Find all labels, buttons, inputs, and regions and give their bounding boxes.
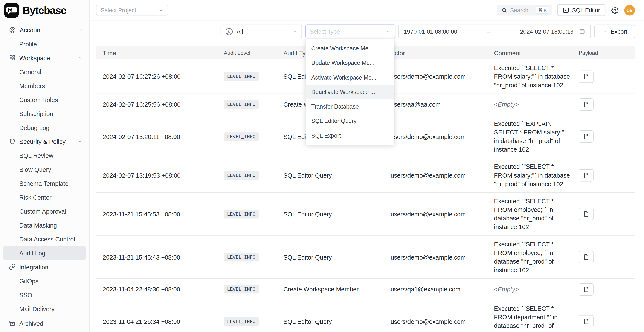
payload-button[interactable]	[579, 98, 594, 110]
sidebar-item-general[interactable]: General	[3, 65, 86, 79]
payload-button[interactable]	[579, 70, 594, 83]
export-button[interactable]: Export	[594, 25, 635, 38]
type-option-transfer-database[interactable]: Transfer Database	[306, 99, 394, 114]
sql-editor-label: SQL Editor	[572, 7, 600, 13]
file-icon	[583, 172, 589, 179]
row-time: 2024-02-07 13:19:53 +08:00	[96, 172, 224, 179]
topbar: Select Project Search ⌘ K SQL	[90, 0, 644, 20]
type-option-update-workspace-me[interactable]: Update Workspace Me...	[306, 56, 394, 70]
type-option-deactivate-workspace[interactable]: Deactivate Workspace ...	[306, 85, 394, 99]
sidebar-item-data-access-control[interactable]: Data Access Control	[3, 232, 86, 246]
sidebar: Bytebase AccountProfileWorkspaceGeneralM…	[0, 0, 90, 332]
workspace-grid-icon	[9, 54, 16, 61]
gear-icon[interactable]	[611, 6, 618, 14]
payload-button[interactable]	[579, 283, 594, 295]
row-payload	[577, 98, 635, 110]
sidebar-section-security-policy[interactable]: Security & Policy	[3, 135, 86, 149]
type-filter-placeholder: Select Type	[310, 28, 340, 35]
row-actor: users/aa@aa.com	[390, 101, 494, 108]
sidebar-item-custom-roles[interactable]: Custom Roles	[3, 93, 86, 107]
row-actor: users/demo@example.com	[390, 133, 494, 140]
row-payload	[577, 208, 635, 220]
user-circle-icon	[225, 27, 233, 35]
type-option-sql-editor-query[interactable]: SQL Editor Query	[306, 114, 394, 128]
audit-level-badge: LEVEL_INFO	[224, 171, 259, 179]
sidebar-item-audit-log[interactable]: Audit Log	[3, 246, 86, 260]
audit-level-badge: LEVEL_INFO	[224, 317, 259, 326]
project-select-value: Select Project	[100, 7, 136, 13]
sidebar-item-custom-approval[interactable]: Custom Approval	[3, 204, 86, 218]
table-row: 2023-11-04 21:26:34 +08:00LEVEL_INFOSQL …	[96, 300, 635, 332]
payload-button[interactable]	[579, 208, 594, 220]
table-row: 2023-11-21 15:45:53 +08:00LEVEL_INFOSQL …	[96, 193, 635, 236]
sql-editor-button[interactable]: SQL Editor	[558, 4, 606, 16]
type-option-sql-export[interactable]: SQL Export	[306, 128, 394, 143]
actor-filter-select[interactable]: All	[220, 25, 302, 38]
row-time: 2024-02-07 16:25:56 +08:00	[96, 101, 224, 108]
payload-button[interactable]	[579, 130, 594, 143]
type-dropdown-menu: Create Workspace Me...Update Workspace M…	[306, 39, 394, 144]
actor-filter-value: All	[236, 28, 243, 35]
sidebar-item-archived[interactable]: Archived	[3, 316, 86, 330]
column-header-actor: Actor	[390, 49, 494, 56]
sidebar-section-integration[interactable]: Integration	[3, 260, 86, 274]
row-audit-type: SQL Editor Query	[283, 172, 390, 179]
row-payload	[577, 169, 635, 181]
audit-level-badge: LEVEL_INFO	[224, 285, 259, 293]
payload-button[interactable]	[579, 169, 594, 181]
row-comment: Executed `"SELECT * FROM salary;"` in da…	[494, 59, 577, 94]
row-audit-level: LEVEL_INFO	[224, 72, 283, 81]
table-row: 2024-02-07 13:19:53 +08:00LEVEL_INFOSQL …	[96, 158, 635, 193]
sidebar-item-gitops[interactable]: GitOps	[3, 274, 86, 288]
row-audit-type: SQL Editor Query	[283, 210, 390, 217]
row-comment: Executed `"EXPLAIN SELECT * FROM salary;…	[494, 115, 577, 158]
sidebar-item-sql-review[interactable]: SQL Review	[3, 149, 86, 162]
calendar-icon	[579, 28, 586, 34]
file-icon	[583, 101, 589, 108]
type-option-activate-workspace-me[interactable]: Activate Workspace Me...	[306, 70, 394, 85]
project-select[interactable]: Select Project	[96, 4, 168, 16]
row-actor: users/demo@example.com	[390, 318, 494, 325]
sidebar-item-debug-log[interactable]: Debug Log	[3, 121, 86, 135]
chevron-down-icon	[386, 29, 390, 34]
sidebar-item-schema-template[interactable]: Schema Template	[3, 176, 86, 190]
date-range-picker[interactable]: 1970-01-01 08:00:00 → 2024-02-07 18:09:1…	[398, 25, 591, 38]
sidebar-item-subscription[interactable]: Subscription	[3, 107, 86, 121]
sql-editor-icon	[562, 7, 569, 13]
sidebar-section-workspace[interactable]: Workspace	[3, 51, 86, 65]
date-from: 1970-01-01 08:00:00	[404, 28, 457, 35]
sidebar-item-profile[interactable]: Profile	[3, 37, 86, 51]
file-icon	[583, 254, 589, 260]
audit-level-badge: LEVEL_INFO	[224, 253, 259, 261]
row-time: 2023-11-04 22:48:30 +08:00	[96, 286, 224, 293]
search-box[interactable]: Search ⌘ K	[497, 4, 552, 16]
audit-level-badge: LEVEL_INFO	[224, 132, 259, 141]
sidebar-item-slow-query[interactable]: Slow Query	[3, 162, 86, 176]
audit-level-badge: LEVEL_INFO	[224, 100, 259, 109]
topbar-actions: Search ⌘ K SQL Editor DE	[497, 4, 635, 16]
sidebar-item-sso[interactable]: SSO	[3, 288, 86, 302]
payload-button[interactable]	[579, 251, 594, 263]
row-comment: <Empty>	[494, 281, 577, 298]
user-avatar[interactable]: DE	[624, 5, 635, 15]
bytebase-logo-icon	[4, 3, 19, 17]
sidebar-item-members[interactable]: Members	[3, 79, 86, 93]
row-comment: Executed `"SELECT * FROM employee;"` in …	[494, 193, 577, 235]
sidebar-section-account[interactable]: Account	[3, 23, 86, 37]
search-shortcut: ⌘ K	[536, 7, 549, 13]
sidebar-item-data-masking[interactable]: Data Masking	[3, 218, 86, 232]
row-comment: Executed `"SELECT * FROM employee;"` in …	[494, 236, 577, 278]
row-payload	[577, 315, 635, 328]
row-audit-type: SQL Editor Query	[283, 318, 390, 325]
row-comment: Executed `"SELECT * FROM salary;"` in da…	[494, 158, 577, 192]
row-comment: Executed `"SELECT * FROM department;"` i…	[494, 300, 577, 332]
file-icon	[583, 73, 589, 80]
type-option-create-workspace-me[interactable]: Create Workspace Me...	[306, 41, 394, 56]
sidebar-item-label: Archived	[19, 320, 44, 327]
payload-button[interactable]	[579, 315, 594, 328]
brand[interactable]: Bytebase	[0, 0, 89, 20]
sidebar-item-mail-delivery[interactable]: Mail Delivery	[3, 302, 86, 316]
row-time: 2023-11-04 21:26:34 +08:00	[96, 318, 224, 325]
type-filter-select[interactable]: Select Type	[306, 25, 395, 38]
sidebar-item-risk-center[interactable]: Risk Center	[3, 190, 86, 204]
